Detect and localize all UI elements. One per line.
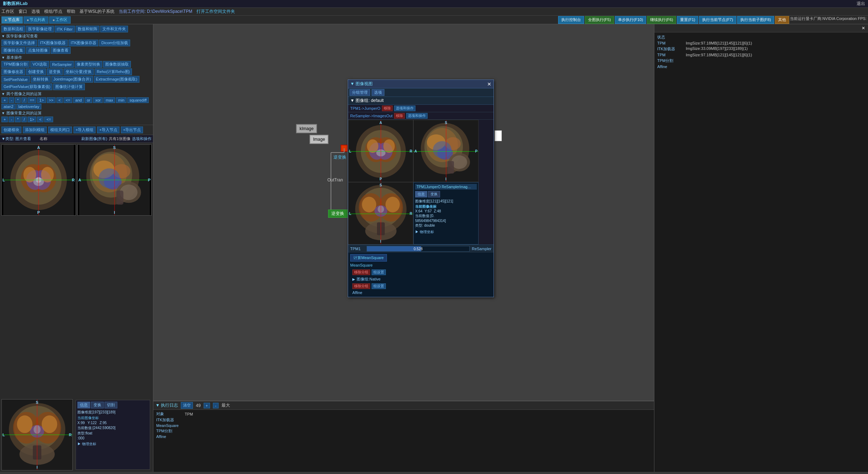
info-tab-info[interactable]: 信息 — [77, 402, 90, 408]
btn-op-eq[interactable]: == — [27, 97, 36, 103]
btn-data-flow[interactable]: 数据和流程 — [1, 26, 25, 32]
dialog-group-mgmt[interactable]: 分组管理 — [349, 89, 370, 96]
btn-pixel-type[interactable]: 像素类型转换 — [75, 61, 102, 68]
info-tab-transform[interactable]: 变换 — [91, 402, 104, 408]
btn-op-atan2[interactable]: atan2 — [1, 104, 16, 109]
menu-wsl[interactable]: 基于WSL的子系统 — [80, 9, 114, 15]
progress-bar[interactable]: 0.528 — [367, 246, 470, 252]
btn-img-modifier[interactable]: 图像修改器 — [1, 68, 25, 75]
btn-const-7[interactable]: <= — [44, 117, 53, 122]
btn-img-stats[interactable]: 图像统计值计算 — [53, 83, 85, 90]
menu-window[interactable]: 窗口 — [19, 9, 27, 15]
btn-files[interactable]: 文件和文件夹 — [100, 26, 128, 32]
sub-options-2[interactable]: 组设置 — [372, 283, 386, 289]
btn-import-node[interactable]: +导入节点 — [97, 127, 119, 133]
btn-run-all[interactable]: 全图执行(F5) — [585, 16, 614, 24]
btn-itk-saver[interactable]: ITK图像保存器 — [68, 40, 98, 46]
btn-set-pixel[interactable]: SetPixelValue — [1, 76, 30, 83]
viewer-options[interactable]: 选项和操作 — [132, 136, 152, 141]
btn-continue[interactable]: 继续执行(F6) — [647, 16, 676, 24]
btn-numeric[interactable]: 数值和矩阵 — [76, 26, 99, 32]
btn-extract-image[interactable]: ExtractImage(图像截取) — [94, 76, 139, 83]
btn-img-view[interactable]: 图像查看 — [51, 47, 71, 54]
log-minus-btn[interactable]: - — [213, 403, 219, 408]
btn-close-model[interactable]: 模组关闭口 — [48, 127, 72, 133]
btn-img-to-pts[interactable]: 图像转点集 — [1, 47, 25, 54]
viewer-refresh[interactable]: 刷新图像(所有) — [81, 136, 107, 141]
btn-inverse-transform[interactable]: 逆变换 — [47, 68, 63, 75]
btn-voi[interactable]: VOI选取 — [30, 61, 49, 68]
log-clear-btn[interactable]: 清空 — [181, 402, 193, 409]
node-kimage[interactable]: kImage — [296, 124, 317, 133]
btn-op-lt[interactable]: < — [56, 97, 63, 103]
btn-op-xor[interactable]: xor — [93, 97, 103, 103]
menu-options[interactable]: 选项 — [31, 9, 40, 15]
physical-coords-btn[interactable]: ▶ 物理坐标 — [77, 442, 148, 447]
info-tab-clip[interactable]: 切割 — [104, 402, 117, 408]
btn-add-to-model[interactable]: 添加到模组 — [23, 127, 47, 133]
btn-coord-conv[interactable]: 坐标转换 — [31, 76, 51, 83]
btn-pts-to-img[interactable]: 点集转图像 — [26, 47, 50, 54]
btn-run-subgraph[interactable]: 执行当前子图(F8) — [737, 16, 774, 24]
menu-help[interactable]: 帮助 — [67, 9, 75, 15]
pipeline-options-2[interactable]: 选项和操作 — [406, 113, 428, 119]
pipeline-remove-2[interactable]: 移除 — [394, 113, 405, 119]
btn-tpm-seg[interactable]: TPM图像分割 — [1, 61, 30, 68]
btn-op-plus[interactable]: + — [1, 97, 8, 103]
btn-step[interactable]: 单步执行(F10) — [615, 16, 646, 24]
btn-med-img-proc[interactable]: 医学影像处理 — [26, 26, 54, 32]
btn-const-6[interactable]: < — [37, 117, 44, 122]
btn-joint-image[interactable]: JointImage(图像合并) — [51, 76, 93, 83]
dialog-info-tab-transform[interactable]: 变换 — [428, 191, 440, 197]
btn-op-max[interactable]: max — [103, 97, 115, 103]
menu-modules[interactable]: 模组/节点 — [44, 9, 62, 15]
btn-op-lte[interactable]: <= — [63, 97, 72, 103]
btn-dicom-group[interactable]: Dicom分组加载 — [99, 40, 130, 46]
menu-workspace[interactable]: 工作区 — [1, 9, 14, 15]
btn-op-labeloverlay[interactable]: labeloverlay — [16, 104, 42, 109]
dialog-info-tab-info[interactable]: 信息 — [415, 191, 427, 197]
btn-op-minus[interactable]: - — [9, 97, 14, 103]
btn-const-4[interactable]: / — [21, 117, 27, 122]
btn-create-transform[interactable]: 创建变换 — [26, 68, 46, 75]
btn-itk-loader[interactable]: ITK图像加载器 — [38, 40, 68, 46]
btn-coord-transform[interactable]: 坐标(分量)变换 — [63, 68, 94, 75]
btn-reho[interactable]: Reho(计算Reho图) — [95, 68, 132, 75]
sub-remove-1[interactable]: 移除分组 — [352, 269, 370, 275]
btn-other[interactable]: 其他 — [775, 16, 789, 24]
btn-import-group[interactable]: +导入模组 — [73, 127, 96, 133]
btn-op-gt1[interactable]: 1> — [37, 97, 46, 103]
tab-workspace[interactable]: ● 工作区 — [49, 16, 71, 24]
dialog-options[interactable]: 选项 — [372, 89, 384, 96]
btn-op-squarediff[interactable]: squarediff — [127, 97, 149, 103]
sub-options-1[interactable]: 组设置 — [372, 269, 386, 275]
btn-med-file-select[interactable]: 医学影像文件选择 — [1, 40, 37, 46]
node-image[interactable]: Image — [310, 135, 328, 144]
btn-op-rshift[interactable]: >> — [47, 97, 56, 103]
pipeline-remove-1[interactable]: 移除 — [382, 105, 393, 111]
pipeline-options-1[interactable]: 选项和操作 — [394, 105, 415, 111]
btn-const-5[interactable]: 1> — [27, 117, 36, 122]
btn-reset[interactable]: 重置(F1) — [677, 16, 698, 24]
dialog-close-btn[interactable]: ✕ — [487, 82, 491, 87]
btn-itk-filter[interactable]: ITK Filter — [55, 26, 75, 32]
cost-btn[interactable]: 计算MeanSquare — [350, 254, 387, 262]
btn-resampler[interactable]: ReSampler — [50, 61, 74, 68]
exit-button[interactable]: 退出 — [857, 1, 865, 7]
btn-execute-console[interactable]: 执行控制台 — [558, 16, 584, 24]
btn-op-or[interactable]: or — [85, 97, 92, 103]
log-plus-btn[interactable]: + — [204, 403, 210, 408]
btn-const-2[interactable]: - — [9, 117, 14, 122]
btn-op-divide[interactable]: / — [21, 97, 27, 103]
btn-get-pixel[interactable]: GetPixelValue(获取像素值) — [1, 83, 52, 90]
tab-nodelist[interactable]: ● 节点列表 — [24, 16, 49, 24]
btn-op-min[interactable]: min — [116, 97, 127, 103]
sub-remove-2[interactable]: 移除分组 — [352, 283, 370, 289]
btn-op-and[interactable]: and — [73, 97, 84, 103]
btn-op-multiply[interactable]: * — [15, 97, 21, 103]
btn-run-node[interactable]: 执行当前节点(F7) — [699, 16, 736, 24]
btn-export-node[interactable]: +导出节点 — [121, 127, 143, 133]
btn-img-extract[interactable]: 图像数据抽取 — [103, 61, 131, 68]
btn-create-model[interactable]: 创建模块 — [1, 127, 21, 133]
btn-const-3[interactable]: * — [15, 117, 21, 122]
